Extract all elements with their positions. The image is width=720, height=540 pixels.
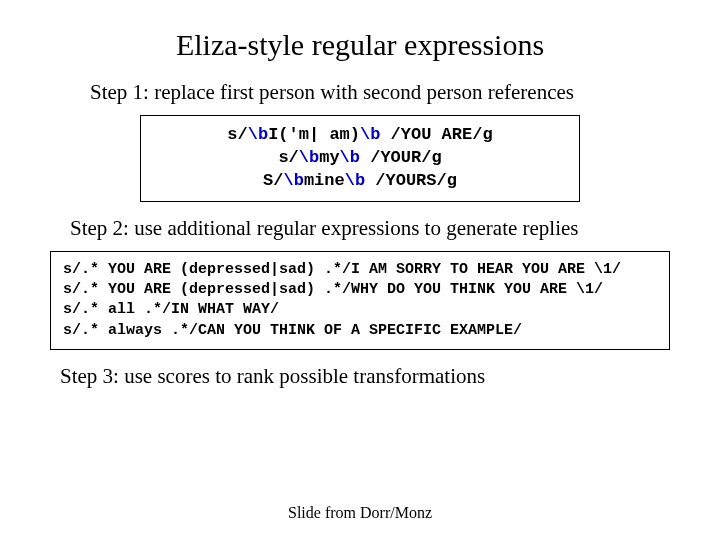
code-line: s/\bmy\b /YOUR/g	[153, 147, 567, 170]
footer-credit: Slide from Dorr/Monz	[0, 504, 720, 522]
step2-text: Step 2: use additional regular expressio…	[70, 216, 690, 241]
code-line: s/.* YOU ARE (depressed|sad) .*/I AM SOR…	[63, 260, 657, 280]
code-line: s/.* YOU ARE (depressed|sad) .*/WHY DO Y…	[63, 280, 657, 300]
code-line: S/\bmine\b /YOURS/g	[153, 170, 567, 193]
step3-text: Step 3: use scores to rank possible tran…	[60, 364, 690, 389]
slide-title: Eliza-style regular expressions	[30, 28, 690, 62]
step1-text: Step 1: replace first person with second…	[90, 80, 690, 105]
code-box-1: s/\bI('m| am)\b /YOU ARE/g s/\bmy\b /YOU…	[140, 115, 580, 202]
slide: Eliza-style regular expressions Step 1: …	[0, 0, 720, 540]
code-line: s/.* all .*/IN WHAT WAY/	[63, 300, 657, 320]
code-line: s/\bI('m| am)\b /YOU ARE/g	[153, 124, 567, 147]
code-line: s/.* always .*/CAN YOU THINK OF A SPECIF…	[63, 321, 657, 341]
code-box-2: s/.* YOU ARE (depressed|sad) .*/I AM SOR…	[50, 251, 670, 350]
